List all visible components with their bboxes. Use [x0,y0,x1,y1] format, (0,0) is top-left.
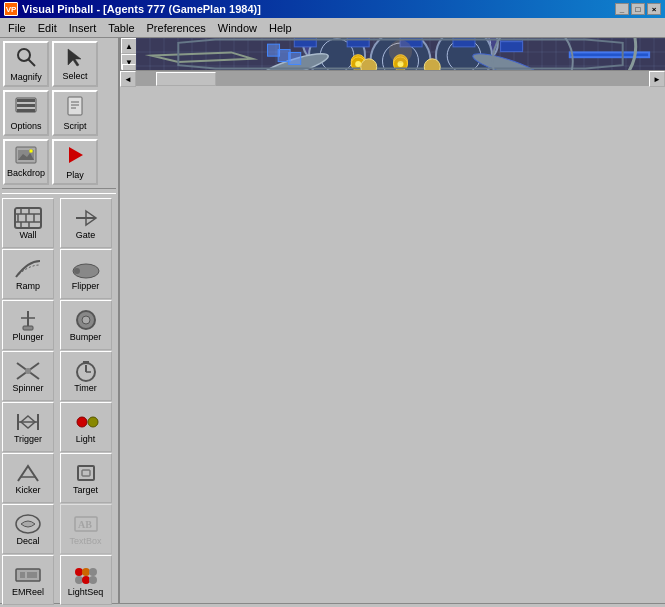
game-canvas [136,38,665,70]
script-label: Script [63,121,86,131]
magnify-button[interactable]: Magnify [3,41,49,87]
lightseq-label: LightSeq [68,587,104,597]
options-label: Options [10,121,41,131]
maximize-button[interactable]: □ [631,3,645,15]
timer-label: Timer [74,383,97,393]
svg-rect-47 [27,572,32,578]
target-tool[interactable]: Target [60,453,112,503]
app-icon: VP [4,2,18,16]
timer-tool[interactable]: Timer [60,351,112,401]
svg-point-37 [77,417,87,427]
svg-point-20 [74,268,80,274]
gate-tool[interactable]: Gate [60,198,112,248]
svg-text:AB: AB [78,519,92,530]
emreel-icon [13,563,43,587]
svg-rect-16 [15,208,41,228]
script-icon [64,95,86,120]
textbox-icon: AB [71,512,101,536]
svg-rect-48 [32,572,37,578]
kicker-label: Kicker [15,485,40,495]
svg-rect-40 [78,466,94,480]
decal-tool[interactable]: Decal [2,504,54,554]
canvas-area: ▲ ▼ ◄ ► [120,38,665,603]
svg-point-51 [89,568,97,576]
plunger-icon [13,308,43,332]
play-icon [64,144,86,169]
scroll-right-button[interactable]: ► [649,71,665,87]
emreel-label: EMReel [12,587,44,597]
flipper-label: Flipper [72,281,100,291]
bumper-icon [71,308,101,332]
left-toolbar: Magnify Select [0,38,120,603]
lightseq-tool[interactable]: LightSeq [60,555,112,605]
select-label: Select [62,71,87,81]
svg-point-49 [75,568,83,576]
target-icon [71,461,101,485]
flipper-tool[interactable]: Flipper [60,249,112,299]
backdrop-button[interactable]: Backdrop [3,139,49,185]
menu-insert[interactable]: Insert [63,18,103,37]
horizontal-scrollbar[interactable]: ◄ ► [120,70,665,86]
menu-help[interactable]: Help [263,18,298,37]
backdrop-label: Backdrop [7,168,45,178]
wall-tool[interactable]: Wall [2,198,54,248]
svg-point-52 [75,576,83,584]
title-text: Visual Pinball - [Agents 777 (GamePlan 1… [22,3,615,15]
magnify-icon [15,46,37,71]
ramp-tool[interactable]: Ramp [2,249,54,299]
spinner-icon [13,359,43,383]
light-label: Light [76,434,96,444]
play-button[interactable]: Play [52,139,98,185]
menu-table[interactable]: Table [102,18,140,37]
backdrop-icon [15,146,37,167]
menu-bar: File Edit Insert Table Preferences Windo… [0,18,665,38]
pinball-canvas[interactable] [136,38,665,70]
svg-rect-7 [68,97,82,115]
minimize-button[interactable]: _ [615,3,629,15]
tool-grid: Wall Gate Ramp [2,196,116,607]
target-label: Target [73,485,98,495]
svg-point-53 [82,576,90,584]
options-icon [15,95,37,120]
menu-file[interactable]: File [2,18,32,37]
menu-edit[interactable]: Edit [32,18,63,37]
bumper-tool[interactable]: Bumper [60,300,112,350]
select-button[interactable]: Select [52,41,98,87]
textbox-tool[interactable]: AB TextBox [60,504,112,554]
scroll-up-button[interactable]: ▲ [121,38,137,54]
close-button[interactable]: × [647,3,661,15]
magnify-label: Magnify [10,72,42,82]
plunger-tool[interactable]: Plunger [2,300,54,350]
canvas-scroll-area: ▲ ▼ [120,38,665,70]
kicker-tool[interactable]: Kicker [2,453,54,503]
window-controls: _ □ × [615,3,661,15]
title-bar: VP Visual Pinball - [Agents 777 (GamePla… [0,0,665,18]
bumper-label: Bumper [70,332,102,342]
vertical-scrollbar[interactable]: ▲ ▼ [120,38,136,70]
script-button[interactable]: Script [52,90,98,136]
light-tool[interactable]: Light [60,402,112,452]
menu-window[interactable]: Window [212,18,263,37]
timer-icon [71,359,101,383]
toolbar-separator-1 [2,193,116,194]
select-icon [65,47,85,70]
scroll-left-button[interactable]: ◄ [120,71,136,87]
spinner-label: Spinner [12,383,43,393]
trigger-icon [13,410,43,434]
flipper-icon [71,257,101,281]
svg-marker-2 [68,49,81,66]
scroll-track-h[interactable] [136,71,649,86]
trigger-tool[interactable]: Trigger [2,402,54,452]
svg-rect-4 [17,104,35,107]
svg-point-38 [88,417,98,427]
options-button[interactable]: Options [3,90,49,136]
plunger-label: Plunger [12,332,43,342]
emreel-tool[interactable]: EMReel [2,555,54,605]
scroll-thumb-v[interactable] [122,64,136,70]
wall-label: Wall [19,230,36,240]
svg-marker-15 [69,147,83,163]
spinner-tool[interactable]: Spinner [2,351,54,401]
menu-preferences[interactable]: Preferences [141,18,212,37]
svg-line-1 [28,59,35,66]
scroll-thumb-h[interactable] [156,72,216,86]
